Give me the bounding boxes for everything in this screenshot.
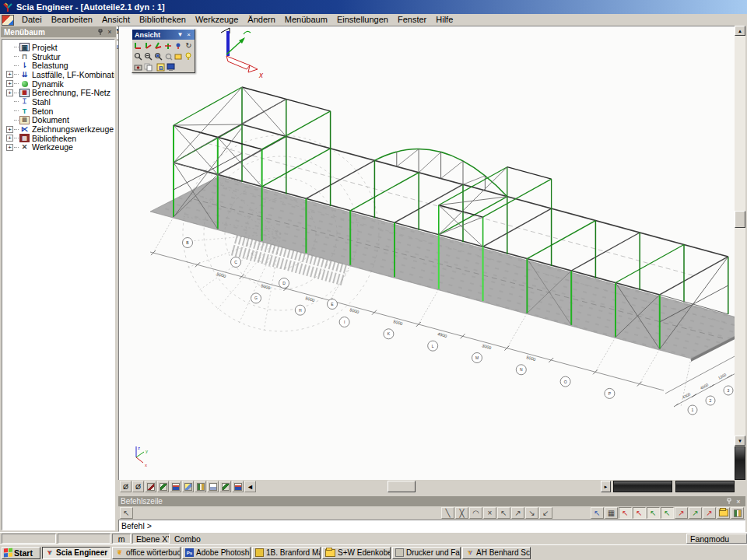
menu-hilfe[interactable]: Hilfe (431, 14, 458, 26)
tree-item-zeichnungswerkzeuge[interactable]: +⋉Zeichnungswerkzeuge (5, 124, 114, 134)
select-remove-button[interactable]: ↘ (525, 507, 538, 519)
close-icon[interactable]: × (184, 31, 193, 39)
taskbar-item-drucker[interactable]: Drucker und Faxg... (392, 547, 461, 559)
select-arc-button[interactable]: ◠ (469, 507, 482, 519)
expand-icon[interactable]: + (6, 71, 13, 78)
pin-icon[interactable] (724, 497, 734, 506)
view-point-button[interactable] (174, 40, 184, 51)
snap-end-button[interactable]: ↖ (633, 507, 646, 519)
tree-item-belastung[interactable]: ⇂Belastung (5, 61, 114, 70)
menu-aendern[interactable]: Ändern (243, 14, 279, 26)
mini-tool-button[interactable] (170, 481, 181, 492)
taskbar-item-benhard[interactable]: Y AH Benhard Scree... (462, 547, 531, 559)
status-load-case[interactable]: Combo (171, 534, 265, 544)
tree-item-lastfaelle[interactable]: +⇊Lastfälle, LF-Kombinationen (5, 70, 114, 79)
mini-tool-button[interactable] (182, 481, 194, 492)
taskbar-item-edenkoben[interactable]: S+W Edenkoben (322, 547, 391, 559)
copy-view-button[interactable] (143, 62, 153, 72)
grid-snap-button[interactable]: ▦ (605, 507, 618, 519)
command-input[interactable]: Befehl > (118, 520, 745, 532)
expand-icon[interactable]: + (6, 126, 13, 133)
select-add-button[interactable]: ↗ (511, 507, 524, 519)
scroll-left-icon[interactable]: ◄ (244, 481, 256, 492)
mini-tool-button[interactable] (207, 481, 219, 492)
view-z-button[interactable] (153, 40, 163, 51)
scroll-up-icon[interactable]: ▲ (735, 26, 745, 36)
menu-datei[interactable]: Datei (17, 14, 47, 26)
menu-fenster[interactable]: Fenster (393, 14, 431, 26)
scroll-down-icon[interactable]: ▼ (735, 436, 745, 446)
toolbar-dropdown-icon[interactable]: ▼ (176, 31, 184, 39)
status-snap-mode[interactable]: Fangmodu (686, 534, 747, 544)
tree-item-berechnung[interactable]: +▦Berechnung, FE-Netz (5, 88, 114, 97)
screen-button[interactable] (166, 62, 176, 72)
pin-icon[interactable] (96, 28, 105, 37)
tree-item-bibliotheken[interactable]: +▤Bibliotheken (5, 134, 114, 143)
expand-icon[interactable]: + (6, 144, 13, 151)
expand-icon[interactable]: + (6, 80, 13, 87)
mini-tool-button[interactable] (232, 481, 244, 492)
view-x-button[interactable] (133, 40, 143, 51)
snap-tangent-button[interactable]: ↗ (689, 507, 702, 519)
zoom-window-button[interactable] (153, 51, 163, 61)
cursor-snap-button[interactable]: ↖ (591, 507, 604, 519)
menu-ansicht[interactable]: Ansicht (97, 14, 135, 26)
taskbar-item-photoshop[interactable]: Ps Adobe Photoshop ... (182, 547, 251, 559)
taskbar-item-scia[interactable]: Y Scia Engineer - [... (42, 547, 110, 559)
snap-point-button[interactable]: ↗ (703, 507, 716, 519)
view-y-button[interactable] (143, 40, 153, 51)
taskbar-item-branford[interactable]: 1B. Branford Marsa... (252, 547, 321, 559)
light-button[interactable] (184, 51, 194, 61)
close-icon[interactable]: × (105, 28, 114, 37)
mini-tool-button[interactable] (195, 481, 206, 492)
link-toggle-button[interactable]: Ø (120, 481, 132, 492)
ansicht-toolbar-header[interactable]: Ansicht ▼ × (132, 30, 195, 40)
status-plane[interactable]: Ebene XY (132, 534, 170, 544)
taskbar-item-woerterbuch[interactable]: ❦ office wörterbuch ... (112, 547, 181, 559)
deselect-button[interactable]: × (483, 507, 496, 519)
viewport-vertical-scrollbar[interactable]: ▲ ▼ (735, 26, 745, 480)
tree-item-dynamik[interactable]: +Dynamik (5, 79, 114, 89)
tree-item-struktur[interactable]: ⊓Struktur (5, 52, 114, 61)
tree-item-werkzeuge[interactable]: +✕Werkzeuge (5, 143, 114, 152)
view-params-button[interactable]: B (156, 62, 166, 72)
select-prev-button[interactable]: ↖ (497, 507, 510, 519)
mini-tool-button[interactable] (219, 481, 231, 492)
expand-icon[interactable]: + (6, 89, 13, 96)
snap-node-button[interactable]: ↖ (619, 507, 632, 519)
menu-bearbeiten[interactable]: Bearbeiten (47, 14, 97, 26)
select-invert-button[interactable]: ↙ (539, 507, 552, 519)
link-toggle-button[interactable]: Ø (132, 481, 144, 492)
vertical-scroll-thumb[interactable] (735, 211, 745, 228)
menu-menubaum[interactable]: Menübaum (280, 14, 332, 26)
snap-ortho-button[interactable]: ↗ (675, 507, 688, 519)
view-axo-button[interactable] (163, 40, 174, 51)
snap-intersect-button[interactable]: ↖ (661, 507, 674, 519)
zoom-out-button[interactable] (143, 51, 153, 61)
snap-folder-button[interactable] (717, 507, 730, 519)
menu-werkzeuge[interactable]: Werkzeuge (191, 14, 243, 26)
ansicht-floating-toolbar[interactable]: Ansicht ▼ × ↻ (132, 29, 195, 73)
close-icon[interactable]: × (734, 497, 743, 506)
tree-item-stahl[interactable]: ⌶Stahl (5, 97, 114, 107)
zoom-all-button[interactable] (163, 51, 174, 61)
zoom-in-button[interactable] (133, 51, 143, 61)
mini-tool-button[interactable] (157, 481, 169, 492)
model-viewport[interactable]: 5000 5000 5000 5000 5000 4900 3000 5000 … (118, 26, 735, 480)
scroll-right-icon[interactable]: ► (601, 481, 611, 492)
expand-icon[interactable]: + (6, 135, 13, 142)
snap-list-button[interactable] (731, 507, 744, 519)
horizontal-scroll-thumb[interactable] (388, 481, 416, 492)
mini-tool-button[interactable] (145, 481, 156, 492)
start-button[interactable]: Start (2, 547, 40, 559)
tree-item-dokument[interactable]: ▤Dokument (5, 116, 114, 125)
select-cross-button[interactable]: ╳ (455, 507, 468, 519)
tree-item-projekt[interactable]: ▣Projekt (5, 43, 114, 52)
menu-einstellungen[interactable]: Einstellungen (332, 14, 393, 26)
mdi-document-icon[interactable] (2, 15, 14, 26)
pointer-mode-button[interactable]: ↖ (120, 507, 133, 519)
status-unit[interactable]: m (112, 534, 131, 544)
tree-item-beton[interactable]: TBeton (5, 107, 114, 116)
snap-mid-button[interactable]: ↖ (647, 507, 660, 519)
select-line-button[interactable]: ╲ (441, 507, 454, 519)
